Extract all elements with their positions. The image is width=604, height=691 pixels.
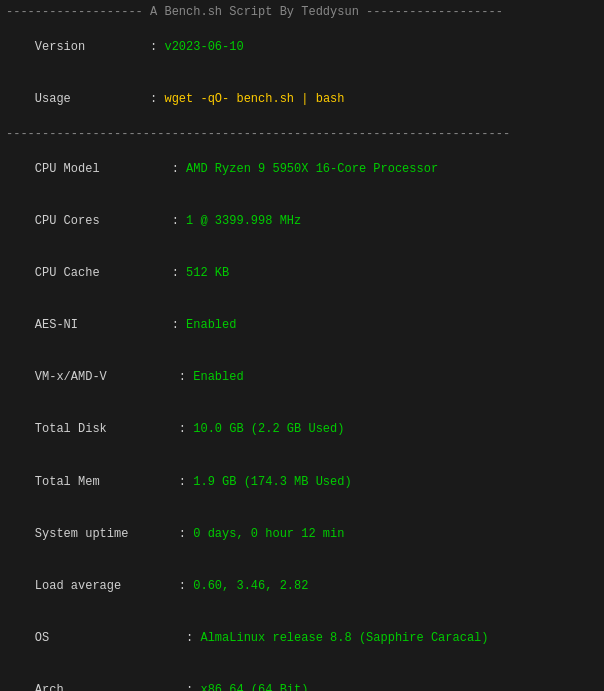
cpu-cache-value: 512 KB	[186, 266, 229, 280]
cpu-model-label: CPU Model	[35, 162, 100, 176]
aes-label: AES-NI	[35, 318, 78, 332]
disk-line: Total Disk : 10.0 GB (2.2 GB Used)	[6, 404, 598, 456]
uptime-value: 0 days, 0 hour 12 min	[193, 527, 344, 541]
cpu-cores-line: CPU Cores : 1 @ 3399.998 MHz	[6, 195, 598, 247]
cpu-cores-label: CPU Cores	[35, 214, 100, 228]
version-line: Version : v2023-06-10	[6, 21, 598, 73]
usage-line: Usage : wget -qO- bench.sh | bash	[6, 74, 598, 126]
arch-value: x86_64 (64 Bit)	[200, 683, 308, 691]
os-value: AlmaLinux release 8.8 (Sapphire Caracal)	[200, 631, 488, 645]
load-label: Load average	[35, 579, 121, 593]
disk-label: Total Disk	[35, 422, 107, 436]
disk-value: 10.0 GB (2.2 GB Used)	[193, 422, 344, 436]
cpu-cache-label: CPU Cache	[35, 266, 100, 280]
vm-value: Enabled	[193, 370, 243, 384]
mem-value: 1.9 GB (174.3 MB Used)	[193, 475, 351, 489]
load-value: 0.60, 3.46, 2.82	[193, 579, 308, 593]
terminal-container: ------------------- A Bench.sh Script By…	[6, 4, 598, 691]
header-separator2: ----------------------------------------…	[6, 126, 598, 143]
arch-line: Arch : x86_64 (64 Bit)	[6, 665, 598, 691]
load-line: Load average : 0.60, 3.46, 2.82	[6, 561, 598, 613]
usage-cmd: wget -qO- bench.sh | bash	[164, 92, 344, 106]
vm-line: VM-x/AMD-V : Enabled	[6, 352, 598, 404]
vm-label: VM-x/AMD-V	[35, 370, 107, 384]
cpu-model-value: AMD Ryzen 9 5950X 16-Core Processor	[186, 162, 438, 176]
version-label: Version	[35, 40, 85, 54]
arch-label: Arch	[35, 683, 64, 691]
version-value: v2023-06-10	[164, 40, 243, 54]
cpu-cache-line: CPU Cache : 512 KB	[6, 247, 598, 299]
mem-label: Total Mem	[35, 475, 100, 489]
aes-line: AES-NI : Enabled	[6, 300, 598, 352]
cpu-cores-value: 1 @ 3399.998 MHz	[186, 214, 301, 228]
cpu-model-line: CPU Model : AMD Ryzen 9 5950X 16-Core Pr…	[6, 143, 598, 195]
aes-value: Enabled	[186, 318, 236, 332]
header-separator-top: ------------------- A Bench.sh Script By…	[6, 4, 598, 21]
mem-line: Total Mem : 1.9 GB (174.3 MB Used)	[6, 456, 598, 508]
uptime-label: System uptime	[35, 527, 129, 541]
uptime-line: System uptime : 0 days, 0 hour 12 min	[6, 508, 598, 560]
os-label: OS	[35, 631, 49, 645]
os-line: OS : AlmaLinux release 8.8 (Sapphire Car…	[6, 613, 598, 665]
usage-label: Usage	[35, 92, 71, 106]
